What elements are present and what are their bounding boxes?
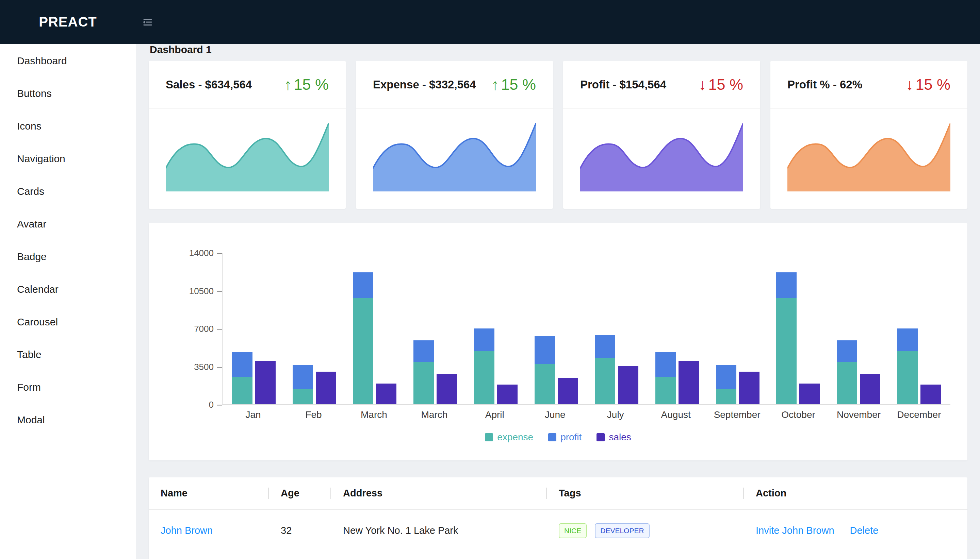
stacked-bar xyxy=(413,253,434,404)
sidebar-item-avatar[interactable]: Avatar xyxy=(0,208,136,240)
y-axis-label: 7000 xyxy=(194,324,222,334)
y-axis-label: 10500 xyxy=(189,286,222,296)
x-axis-label: July xyxy=(593,409,638,420)
sidebar-item-form[interactable]: Form xyxy=(0,371,136,404)
expense-bar-segment xyxy=(716,389,736,404)
sidebar-item-calendar[interactable]: Calendar xyxy=(0,273,136,306)
column-header-tags: Tags xyxy=(547,477,744,509)
bar-group xyxy=(352,253,397,404)
row-action-cell: Invite John Brown Delete xyxy=(744,509,967,552)
legend-item-expense[interactable]: expense xyxy=(485,432,533,443)
stat-card-delta: ↑15 % xyxy=(284,76,329,94)
x-axis-label: March xyxy=(412,409,457,420)
arrow-down-icon: ↓ xyxy=(698,76,706,93)
profit-bar-segment xyxy=(655,352,676,377)
x-axis-label: September xyxy=(714,409,761,420)
legend-swatch xyxy=(548,433,556,442)
bar-group xyxy=(231,253,276,404)
stacked-bar xyxy=(293,253,313,404)
profit-bar-segment xyxy=(716,365,736,389)
y-axis: 1400010500700035000 xyxy=(149,253,222,405)
monthly-bar-chart: 1400010500700035000 JanFebMarchMarchApri… xyxy=(149,223,967,460)
x-axis-label: December xyxy=(897,409,942,420)
stat-card-delta-value: 15 % xyxy=(915,76,950,93)
bar-group xyxy=(473,253,518,404)
arrow-up-icon: ↑ xyxy=(491,76,499,93)
legend-item-sales[interactable]: sales xyxy=(597,432,631,443)
stat-card-header: Profit % - 62% ↓15 % xyxy=(770,61,967,109)
legend-swatch xyxy=(597,433,605,442)
sales-bar xyxy=(920,385,941,404)
sidebar-item-table[interactable]: Table xyxy=(0,338,136,371)
expense-bar-segment xyxy=(655,377,676,404)
stat-card-delta: ↓15 % xyxy=(698,76,743,94)
sidebar-item-icons[interactable]: Icons xyxy=(0,110,136,142)
table-row: John Brown 32 New York No. 1 Lake Park N… xyxy=(149,509,967,552)
sidebar-item-modal[interactable]: Modal xyxy=(0,404,136,436)
profit-bar-segment xyxy=(837,341,857,362)
sidebar-item-buttons[interactable]: Buttons xyxy=(0,77,136,110)
expense-bar-segment xyxy=(897,351,918,404)
stat-card-sales: Sales - $634,564 ↑15 % xyxy=(149,61,346,209)
row-tags-cell: NICE DEVELOPER xyxy=(547,509,744,552)
bar-group xyxy=(776,253,821,404)
sales-bar xyxy=(739,372,759,404)
row-name-link[interactable]: John Brown xyxy=(161,525,213,536)
expense-bar-segment xyxy=(293,389,313,404)
bar-group xyxy=(836,253,881,404)
expense-bar-segment xyxy=(776,298,797,404)
data-table-panel: Name Age Address Tags Action John Brown … xyxy=(149,477,967,559)
profit-sparkline-chart xyxy=(580,114,743,192)
sidebar-item-carousel[interactable]: Carousel xyxy=(0,306,136,338)
main-content: Dashboard 1 Sales - $634,564 ↑15 % Expen… xyxy=(136,44,980,559)
stat-card-body xyxy=(356,109,553,208)
sales-bar xyxy=(316,372,336,404)
app-logo: PREACT xyxy=(0,0,136,44)
stat-card-body xyxy=(770,109,967,208)
x-axis-label: October xyxy=(776,409,821,420)
profit-bar-segment xyxy=(535,336,555,364)
expense-bar-segment xyxy=(595,358,615,404)
stacked-bar xyxy=(776,253,797,404)
column-header-name: Name xyxy=(149,477,269,509)
y-axis-label: 14000 xyxy=(189,248,222,258)
profit-bar-segment xyxy=(353,272,373,298)
bar-group xyxy=(715,253,760,404)
stat-card-body xyxy=(149,109,346,208)
arrow-up-icon: ↑ xyxy=(284,76,292,93)
stacked-bar xyxy=(837,253,857,404)
expense-bar-segment xyxy=(353,298,373,404)
legend-swatch xyxy=(485,433,493,442)
stacked-bar xyxy=(716,253,736,404)
bar-group xyxy=(534,253,579,404)
sidebar-item-badge[interactable]: Badge xyxy=(0,240,136,273)
column-header-age: Age xyxy=(269,477,331,509)
x-axis-label: November xyxy=(836,409,881,420)
sidebar-item-dashboard[interactable]: Dashboard xyxy=(0,45,136,77)
stat-card-delta-value: 15 % xyxy=(501,76,536,93)
y-axis-label: 3500 xyxy=(194,361,222,372)
profit-bar-segment xyxy=(293,365,313,389)
row-address-cell: New York No. 1 Lake Park xyxy=(331,509,547,552)
sales-bar xyxy=(497,385,517,404)
x-axis-label: March xyxy=(352,409,396,420)
sidebar-item-navigation[interactable]: Navigation xyxy=(0,142,136,175)
expense-bar-segment xyxy=(837,362,857,404)
profit-bar-segment xyxy=(474,329,494,351)
top-bar: PREACT xyxy=(0,0,980,44)
stat-card-delta: ↓15 % xyxy=(906,76,950,94)
delete-link[interactable]: Delete xyxy=(850,525,879,536)
stat-card-header: Sales - $634,564 ↑15 % xyxy=(149,61,346,109)
bar-group xyxy=(413,253,458,404)
menu-fold-icon[interactable] xyxy=(141,15,154,29)
legend-item-profit[interactable]: profit xyxy=(548,432,582,443)
sales-sparkline-chart xyxy=(166,114,329,192)
x-axis-label: Feb xyxy=(291,409,336,420)
column-header-address: Address xyxy=(331,477,547,509)
expense-sparkline-chart xyxy=(373,114,536,192)
legend-label: expense xyxy=(497,432,533,443)
sidebar-item-cards[interactable]: Cards xyxy=(0,175,136,208)
sales-bar xyxy=(860,374,880,404)
bar-plot-area xyxy=(222,253,950,405)
invite-link[interactable]: Invite John Brown xyxy=(756,525,834,536)
